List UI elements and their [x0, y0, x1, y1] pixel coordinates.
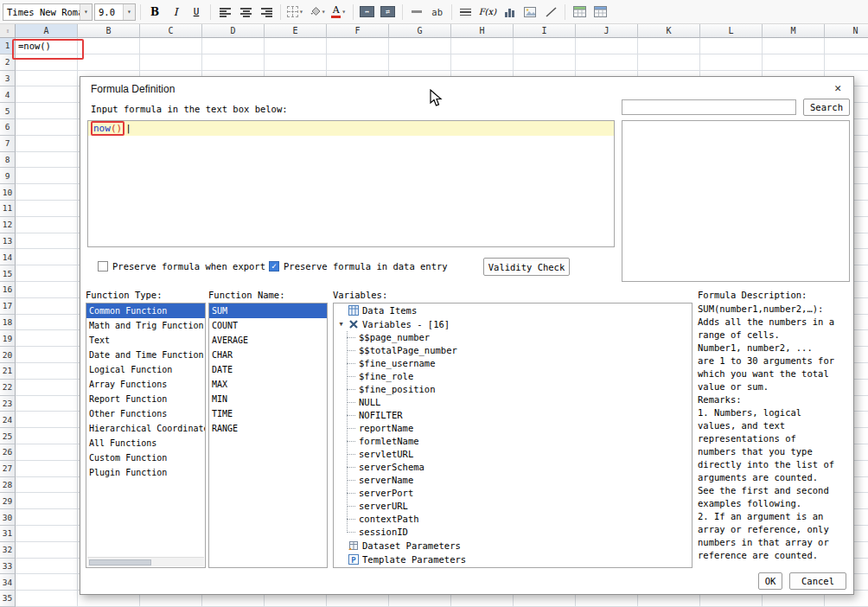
- function-type-item[interactable]: Array Functions: [86, 377, 205, 392]
- function-type-item[interactable]: All Functions: [86, 436, 205, 450]
- tree-leaf[interactable]: reportName: [347, 422, 692, 435]
- row-header-7[interactable]: 7: [0, 136, 16, 152]
- column-header-J[interactable]: J: [576, 24, 638, 38]
- row-header-23[interactable]: 23: [0, 396, 16, 412]
- validity-check-button[interactable]: Validity Check: [483, 258, 570, 276]
- row-header-17[interactable]: 17: [0, 298, 16, 315]
- function-type-item[interactable]: Hierarchical Coordinate: [86, 421, 205, 436]
- cancel-button[interactable]: Cancel: [789, 572, 846, 590]
- tree-leaf[interactable]: $$page_number: [347, 331, 692, 344]
- row-header-27[interactable]: 27: [0, 461, 16, 477]
- underline-button[interactable]: U: [187, 3, 206, 22]
- row-header-33[interactable]: 33: [0, 559, 16, 575]
- align-left-button[interactable]: [215, 3, 234, 22]
- variables-tree[interactable]: Data Items▼Variables - [16]$$page_number…: [333, 303, 692, 568]
- font-color-button[interactable]: A ▾: [329, 3, 348, 22]
- ok-button[interactable]: OK: [758, 572, 782, 590]
- function-type-list[interactable]: Common FunctionMath and Trig FunctionTex…: [86, 303, 206, 568]
- search-button[interactable]: Search: [803, 99, 850, 116]
- function-type-item[interactable]: Custom Function: [86, 450, 205, 465]
- row-header-13[interactable]: 13: [0, 233, 16, 250]
- lines-button[interactable]: [456, 3, 475, 22]
- row-header-4[interactable]: 4: [0, 86, 16, 103]
- row-header-26[interactable]: 26: [0, 444, 16, 461]
- tree-leaf[interactable]: NOFILTER: [347, 409, 692, 422]
- tree-leaf[interactable]: formletName: [347, 435, 692, 448]
- row-header-16[interactable]: 16: [0, 282, 16, 298]
- tree-node[interactable]: PTemplate Parameters: [334, 553, 692, 566]
- select-all-corner[interactable]: ⁞⁞: [0, 24, 16, 38]
- row-header-32[interactable]: 32: [0, 542, 16, 559]
- column-header-A[interactable]: A: [16, 24, 78, 38]
- row-header-30[interactable]: 30: [0, 509, 16, 526]
- row-header-5[interactable]: 5: [0, 103, 16, 119]
- function-name-item[interactable]: TIME: [209, 406, 327, 421]
- borders-button[interactable]: ▾: [285, 3, 305, 22]
- row-header-6[interactable]: 6: [0, 119, 16, 136]
- function-name-item[interactable]: AVERAGE: [209, 333, 327, 348]
- tree-leaf[interactable]: serverURL: [347, 500, 692, 513]
- row-header-15[interactable]: 15: [0, 265, 16, 282]
- row-header-35[interactable]: 35: [0, 591, 16, 607]
- tree-node[interactable]: Data Items: [334, 304, 692, 317]
- column-header-B[interactable]: B: [78, 24, 140, 38]
- row-header-29[interactable]: 29: [0, 493, 16, 509]
- column-header-N[interactable]: N: [825, 24, 868, 38]
- tree-leaf[interactable]: $$totalPage_number: [347, 344, 692, 357]
- tree-leaf[interactable]: $fine_username: [347, 357, 692, 370]
- row-header-31[interactable]: 31: [0, 526, 16, 542]
- insert-image-button[interactable]: [520, 3, 539, 22]
- tree-node[interactable]: ▼Variables - [16]: [334, 317, 692, 331]
- font-family-select[interactable]: Times New Roman ▾: [3, 3, 93, 21]
- tree-leaf[interactable]: serverPort: [347, 487, 692, 500]
- tree-leaf[interactable]: $fine_role: [347, 370, 692, 383]
- row-header-24[interactable]: 24: [0, 412, 16, 428]
- function-name-list[interactable]: SUMCOUNTAVERAGECHARDATEMAXMINTIMERANGE: [208, 303, 328, 568]
- function-type-item[interactable]: Date and Time Function: [86, 348, 205, 362]
- function-type-item[interactable]: Plugin Function: [86, 465, 205, 480]
- checkbox-checked-icon[interactable]: ✓: [269, 261, 279, 272]
- preserve-formula-entry-checkbox[interactable]: ✓Preserve formula in data entry: [269, 260, 448, 272]
- expander-icon[interactable]: ▼: [337, 321, 345, 328]
- row-header-20[interactable]: 20: [0, 347, 16, 363]
- function-type-item[interactable]: Text: [86, 333, 205, 348]
- horizontal-scrollbar[interactable]: [87, 557, 204, 566]
- row-header-25[interactable]: 25: [0, 428, 16, 444]
- tree-leaf[interactable]: servletURL: [347, 448, 692, 461]
- function-type-item[interactable]: Other Functions: [86, 406, 205, 421]
- function-name-item[interactable]: COUNT: [209, 318, 327, 333]
- function-name-item[interactable]: MAX: [209, 377, 327, 392]
- merge-cells-button[interactable]: ↔: [358, 3, 377, 22]
- formula-editor[interactable]: now()|: [87, 120, 615, 247]
- tree-leaf[interactable]: contextPath: [347, 513, 692, 526]
- tree-leaf[interactable]: sessionID: [347, 526, 692, 539]
- row-header-9[interactable]: 9: [0, 168, 16, 184]
- insert-table-button[interactable]: [570, 3, 589, 22]
- line-style-button[interactable]: [407, 3, 426, 22]
- row-header-21[interactable]: 21: [0, 363, 16, 380]
- preserve-formula-export-checkbox[interactable]: Preserve formula when export: [98, 260, 265, 272]
- column-header-H[interactable]: H: [451, 24, 514, 38]
- text-tool-button[interactable]: ab: [428, 3, 447, 22]
- checkbox-unchecked-icon[interactable]: [98, 261, 108, 272]
- scrollbar-thumb[interactable]: [89, 559, 151, 565]
- function-name-item[interactable]: SUM: [209, 304, 327, 318]
- chevron-down-icon[interactable]: ▾: [80, 4, 92, 20]
- column-header-K[interactable]: K: [638, 24, 700, 38]
- align-right-button[interactable]: [257, 3, 276, 22]
- column-header-G[interactable]: G: [389, 24, 451, 38]
- function-type-item[interactable]: Common Function: [86, 304, 205, 318]
- function-name-item[interactable]: DATE: [209, 362, 327, 377]
- insert-formula-button[interactable]: F(x): [477, 3, 498, 22]
- function-type-item[interactable]: Logical Function: [86, 362, 205, 377]
- tree-leaf[interactable]: serverSchema: [347, 461, 692, 474]
- insert-chart-button[interactable]: [500, 3, 519, 22]
- row-header-11[interactable]: 11: [0, 201, 16, 217]
- align-center-button[interactable]: [236, 3, 255, 22]
- italic-button[interactable]: I: [166, 3, 185, 22]
- function-name-item[interactable]: MIN: [209, 392, 327, 406]
- tree-node[interactable]: Dataset Parameters: [334, 539, 692, 553]
- row-header-22[interactable]: 22: [0, 380, 16, 396]
- fill-color-button[interactable]: ▾: [307, 3, 328, 22]
- font-size-select[interactable]: 9.0 ▾: [94, 3, 136, 21]
